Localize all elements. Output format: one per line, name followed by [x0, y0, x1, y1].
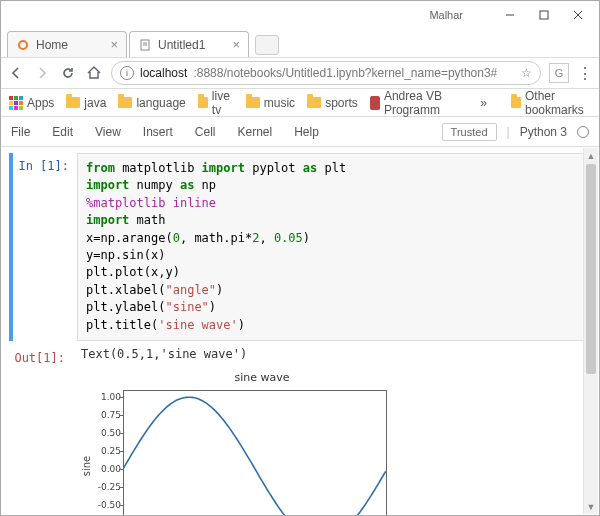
folder-icon: [66, 97, 80, 108]
menu-cell[interactable]: Cell: [195, 125, 216, 139]
y-tick-label: 0.75: [77, 410, 121, 420]
bookmark-andrea-vb[interactable]: Andrea VB Programm: [370, 89, 468, 117]
scroll-thumb[interactable]: [586, 164, 596, 374]
google-search-button[interactable]: G: [549, 63, 569, 83]
svg-rect-1: [540, 11, 548, 19]
address-bar[interactable]: i localhost:8888/notebooks/Untitled1.ipy…: [111, 61, 541, 85]
chart-title: sine wave: [117, 371, 407, 384]
bookmarks-bar: Apps javalanguagelive tvmusicsports Andr…: [1, 89, 599, 117]
forward-button[interactable]: [33, 64, 51, 82]
vertical-scrollbar[interactable]: ▲ ▼: [583, 148, 598, 514]
browser-toolbar: i localhost:8888/notebooks/Untitled1.ipy…: [1, 57, 599, 89]
bookmark-label: sports: [325, 96, 358, 110]
menu-help[interactable]: Help: [294, 125, 319, 139]
bookmarks-overflow[interactable]: »: [480, 96, 487, 110]
jupyter-icon: [16, 38, 30, 52]
window-user: Malhar: [429, 9, 463, 21]
code-cell[interactable]: In [1]: from matplotlib import pyplot as…: [9, 153, 591, 341]
tab-close-icon[interactable]: ×: [224, 37, 240, 52]
menu-edit[interactable]: Edit: [52, 125, 73, 139]
bookmark-folder[interactable]: java: [66, 89, 106, 117]
folder-icon: [198, 97, 208, 108]
other-bookmarks[interactable]: Other bookmarks: [511, 89, 591, 117]
minimize-button[interactable]: [493, 5, 527, 25]
line-series: [123, 390, 387, 515]
bookmark-label: language: [136, 96, 185, 110]
bookmark-label: java: [84, 96, 106, 110]
other-bookmarks-label: Other bookmarks: [525, 89, 591, 117]
svg-point-4: [19, 41, 27, 49]
chrome-menu-button[interactable]: ⋮: [577, 64, 593, 83]
kernel-status-icon: [577, 126, 589, 138]
folder-icon: [307, 97, 321, 108]
output-text: Text(0.5,1,'sine wave'): [73, 345, 591, 365]
apps-shortcut[interactable]: Apps: [9, 96, 54, 110]
scroll-down-arrow[interactable]: ▼: [584, 499, 598, 514]
browser-tab[interactable]: Untitled1×: [129, 31, 249, 57]
url-host: localhost: [140, 66, 187, 80]
code-input[interactable]: from matplotlib import pyplot as plt imp…: [77, 153, 591, 341]
reload-button[interactable]: [59, 64, 77, 82]
tab-label: Home: [36, 38, 68, 52]
notebook-icon: [138, 38, 152, 52]
tab-close-icon[interactable]: ×: [102, 37, 118, 52]
menu-kernel[interactable]: Kernel: [238, 125, 273, 139]
maximize-button[interactable]: [527, 5, 561, 25]
chart-axes: sine angle -1.00-0.75-0.50-0.250.000.250…: [77, 386, 407, 515]
y-tick-label: 1.00: [77, 392, 121, 402]
window-titlebar: Malhar: [1, 1, 599, 29]
folder-icon: [246, 97, 260, 108]
bookmark-label: music: [264, 96, 295, 110]
menu-file[interactable]: File: [11, 125, 30, 139]
scroll-up-arrow[interactable]: ▲: [584, 148, 598, 163]
bookmark-label: live tv: [212, 89, 234, 117]
apps-icon: [9, 96, 23, 110]
browser-tabstrip: Home×Untitled1×: [1, 29, 599, 57]
y-tick-label: -0.50: [77, 500, 121, 510]
folder-icon: [511, 97, 521, 108]
new-tab-button[interactable]: [255, 35, 279, 55]
apps-label: Apps: [27, 96, 54, 110]
browser-tab[interactable]: Home×: [7, 31, 127, 57]
out-prompt: Out[1]:: [13, 345, 73, 365]
menu-insert[interactable]: Insert: [143, 125, 173, 139]
home-button[interactable]: [85, 64, 103, 82]
vb-icon: [370, 96, 380, 110]
menu-view[interactable]: View: [95, 125, 121, 139]
bookmark-folder[interactable]: music: [246, 89, 295, 117]
url-path: :8888/notebooks/Untitled1.ipynb?kernel_n…: [193, 66, 497, 80]
bookmark-star-icon[interactable]: ☆: [521, 66, 532, 80]
bookmark-folder[interactable]: live tv: [198, 89, 234, 117]
tab-label: Untitled1: [158, 38, 205, 52]
bookmark-folder[interactable]: language: [118, 89, 185, 117]
site-info-icon[interactable]: i: [120, 66, 134, 80]
y-tick-label: 0.25: [77, 446, 121, 456]
in-prompt: In [1]:: [17, 153, 77, 341]
cell-run-indicator: [9, 153, 13, 341]
plot-output: sine wave sine angle -1.00-0.75-0.50-0.2…: [77, 371, 591, 515]
close-button[interactable]: [561, 5, 595, 25]
y-tick-label: -0.25: [77, 482, 121, 492]
output-row: Out[1]: Text(0.5,1,'sine wave'): [13, 345, 591, 365]
trusted-indicator[interactable]: Trusted: [442, 123, 497, 141]
y-tick-label: 0.50: [77, 428, 121, 438]
folder-icon: [118, 97, 132, 108]
y-tick-label: 0.00: [77, 464, 121, 474]
jupyter-menubar: FileEditViewInsertCellKernelHelp Trusted…: [1, 117, 599, 147]
bookmark-label: Andrea VB Programm: [384, 89, 468, 117]
bookmark-folder[interactable]: sports: [307, 89, 358, 117]
kernel-name[interactable]: Python 3: [520, 125, 567, 139]
back-button[interactable]: [7, 64, 25, 82]
notebook-area: In [1]: from matplotlib import pyplot as…: [1, 147, 599, 515]
